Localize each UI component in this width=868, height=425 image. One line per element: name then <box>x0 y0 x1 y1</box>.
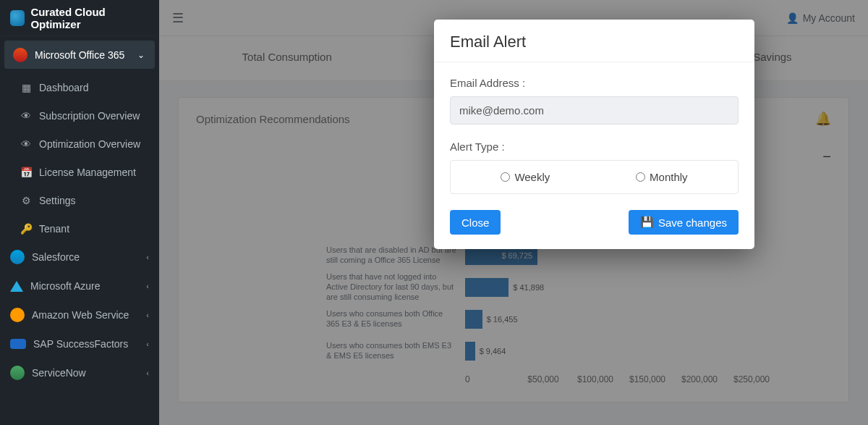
save-changes-button[interactable]: 💾 Save changes <box>629 210 739 235</box>
sidebar-item-settings[interactable]: ⚙Settings <box>0 186 159 214</box>
email-label: Email Address : <box>450 77 739 89</box>
chevron-left-icon: ‹ <box>146 253 149 261</box>
eye-icon: 👁 <box>20 110 32 122</box>
alert-type-label: Alert Type : <box>450 140 739 153</box>
sidebar-service-salesforce[interactable]: Salesforce‹ <box>0 243 159 272</box>
service-icon <box>10 308 25 322</box>
main: ☰ 👤 My Account Total Consumption Savings… <box>159 0 868 425</box>
brand-title: Curated Cloud Optimizer <box>30 6 149 30</box>
sidebar-active-service[interactable]: Microsoft Office 365 ⌄ <box>4 41 155 69</box>
service-icon <box>10 281 23 292</box>
email-alert-modal: Email Alert Email Address : Alert Type :… <box>434 20 754 249</box>
id-icon: 📅 <box>20 167 32 178</box>
chevron-left-icon: ‹ <box>146 282 149 290</box>
key-icon: 🔑 <box>20 223 32 235</box>
sidebar-item-optimization-overview[interactable]: 👁Optimization Overview <box>0 130 159 158</box>
sidebar-service-servicenow[interactable]: ServiceNow‹ <box>0 358 159 387</box>
sidebar: Curated Cloud Optimizer Microsoft Office… <box>0 0 159 425</box>
close-button[interactable]: Close <box>450 210 501 235</box>
brand: Curated Cloud Optimizer <box>0 0 159 36</box>
chevron-left-icon: ‹ <box>146 340 149 348</box>
alert-type-monthly[interactable]: Monthly <box>636 171 688 183</box>
monthly-label: Monthly <box>650 171 688 183</box>
sidebar-service-microsoft-azure[interactable]: Microsoft Azure‹ <box>0 272 159 300</box>
save-icon: 💾 <box>640 216 654 229</box>
dashboard-icon: ▦ <box>20 82 32 93</box>
sidebar-service-sap-successfactors[interactable]: SAP SuccessFactors‹ <box>0 329 159 358</box>
alert-type-weekly[interactable]: Weekly <box>501 171 550 183</box>
email-field[interactable] <box>450 96 739 125</box>
alert-type-group: Weekly Monthly <box>450 160 739 194</box>
chevron-left-icon: ‹ <box>146 311 149 319</box>
sidebar-item-license-management[interactable]: 📅License Management <box>0 158 159 186</box>
service-icon <box>10 339 26 349</box>
sidebar-item-dashboard[interactable]: ▦Dashboard <box>0 73 159 101</box>
o365-icon <box>13 48 27 62</box>
brand-logo-icon <box>10 10 25 26</box>
chevron-left-icon: ‹ <box>146 369 149 377</box>
service-icon <box>10 366 25 380</box>
weekly-label: Weekly <box>514 171 550 183</box>
gear-icon: ⚙ <box>20 195 32 206</box>
chevron-down-icon: ⌄ <box>137 50 145 60</box>
sidebar-active-service-label: Microsoft Office 365 <box>35 49 124 61</box>
modal-title: Email Alert <box>434 20 754 62</box>
sidebar-item-subscription-overview[interactable]: 👁Subscription Overview <box>0 101 159 130</box>
service-icon <box>10 250 25 264</box>
sidebar-item-tenant[interactable]: 🔑Tenant <box>0 214 159 243</box>
save-label: Save changes <box>658 216 727 229</box>
radio-weekly[interactable] <box>501 172 510 182</box>
sidebar-service-amazon-web-service[interactable]: Amazon Web Service‹ <box>0 300 159 329</box>
radio-monthly[interactable] <box>636 172 645 182</box>
eye-icon: 👁 <box>20 138 32 150</box>
